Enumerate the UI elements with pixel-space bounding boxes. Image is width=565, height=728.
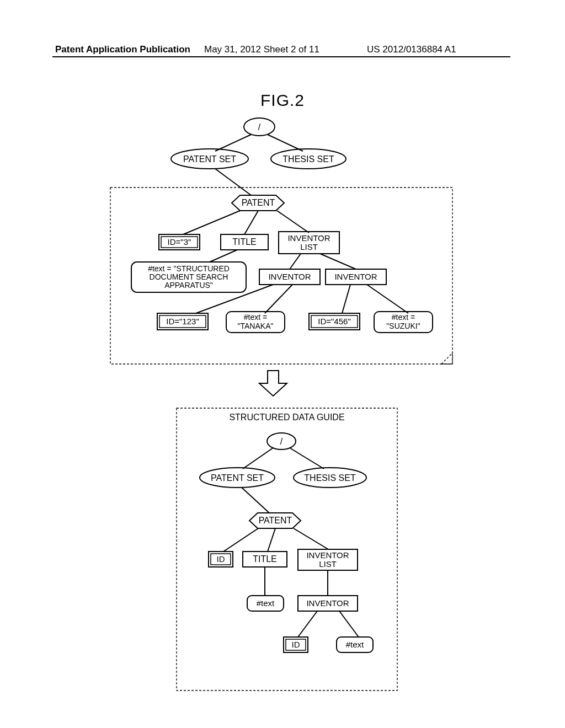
top-invlist-1: INVENTOR [287,233,330,243]
svg-line-4 [244,211,258,234]
top-id3-label: ID="3" [168,237,191,247]
top-suzuki-2: "SUZUKI" [386,322,420,330]
svg-line-11 [342,285,350,313]
bot-patent-set-label: PATENT SET [211,473,264,483]
svg-line-13 [243,448,273,469]
bot-thesis-set-label: THESIS SET [304,473,356,483]
header-rule [52,56,510,57]
bot-inventor-label: INVENTOR [306,598,349,608]
bot-text-label: #text [257,598,275,608]
top-id456-label: ID="456" [318,317,350,326]
header-mid: May 31, 2012 Sheet 2 of 11 [204,44,319,55]
top-thesis-set-label: THESIS SET [282,154,334,164]
top-tanaka-2: "TANAKA" [238,322,274,330]
svg-line-2 [215,169,251,195]
top-textstruct-3: APPARATUS" [164,281,213,290]
svg-line-14 [290,448,324,469]
bot-id-label: ID [217,554,225,564]
svg-line-12 [367,285,408,313]
top-inventor-left-label: INVENTOR [268,272,311,281]
top-tanaka-1: #text = [244,313,267,322]
page: Patent Application Publication May 31, 2… [0,0,565,728]
top-title-label: TITLE [232,237,257,247]
top-patent-set-label: PATENT SET [183,154,236,164]
svg-line-15 [242,488,269,513]
svg-line-6 [210,250,237,262]
figure-title: FIG.2 [0,91,565,110]
top-patent-label: PATENT [242,198,275,207]
bottom-dashed-box [177,408,397,690]
top-root-label: / [258,122,261,132]
top-invlist-2: LIST [300,242,318,251]
header-left: Patent Application Publication [55,44,190,55]
bot-title-label: TITLE [253,554,277,564]
svg-line-16 [223,528,258,552]
header-right: US 2012/0136884 A1 [367,44,456,55]
top-id123-label: ID="123" [166,317,199,326]
bot-id2-label: ID [292,640,300,649]
top-inventor-right-label: INVENTOR [334,272,377,281]
top-textstruct-1: #text = "STRUCTURED [148,264,230,273]
svg-line-18 [294,528,328,549]
svg-line-8 [320,254,356,269]
bot-invlist-2: LIST [319,559,337,569]
svg-line-17 [268,528,275,552]
svg-line-3 [183,211,240,234]
bot-invlist-1: INVENTOR [306,550,349,560]
down-arrow-icon [259,371,287,396]
svg-line-22 [339,611,359,637]
svg-line-21 [298,611,317,637]
svg-line-0 [215,135,251,151]
bot-root-label: / [280,437,283,446]
diagram-svg: / PATENT SET THESIS SET PATENT ID="3" TI… [50,110,515,711]
top-suzuki-1: #text = [392,313,415,322]
bottom-title: STRUCTURED DATA GUIDE [229,413,344,422]
svg-line-1 [268,135,303,151]
top-textstruct-2: DOCUMENT SEARCH [150,272,228,281]
svg-line-7 [290,254,301,269]
bot-text2-label: #text [346,640,364,649]
svg-line-10 [265,285,292,313]
svg-line-5 [277,211,309,233]
bot-patent-label: PATENT [259,516,292,525]
